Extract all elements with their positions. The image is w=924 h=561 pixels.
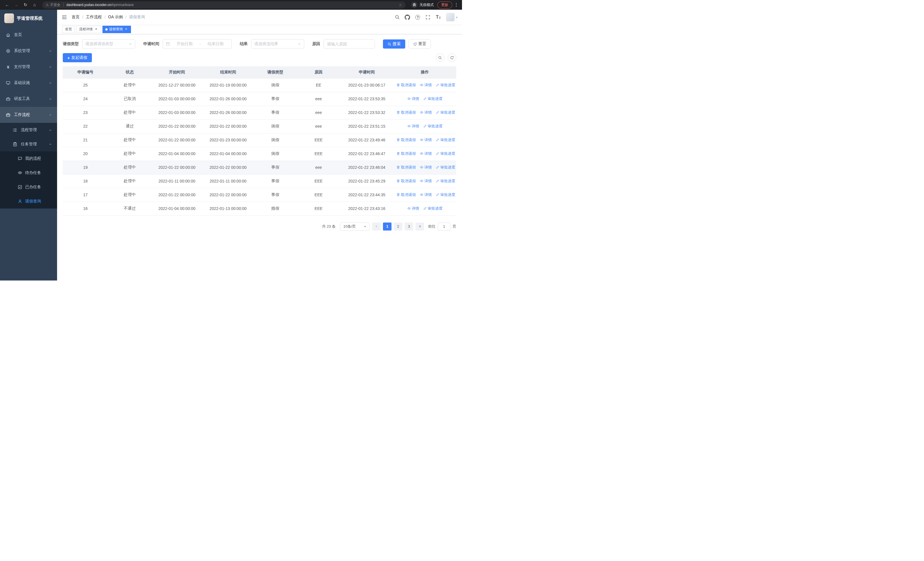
chevron-down-icon [49,50,52,53]
table-row: 22通过2022-01-22 00:00:002022-01-22 00:00:… [63,119,456,133]
cell-apply-time: 2022-01-22 23:53:32 [340,106,393,119]
detail-link[interactable]: 详情 [420,110,432,115]
chevron-up-icon [49,113,52,117]
table-row: 24已取消2022-01-03 00:00:002022-01-26 00:00… [63,92,456,106]
github-icon[interactable] [403,12,412,22]
cancel-leave-link[interactable]: 取消请假 [396,110,416,115]
breadcrumb-item[interactable]: 工作流程 [86,15,102,20]
goto-unit: 页 [453,224,456,229]
sidebar-item-task-management[interactable]: 任务管理 [0,137,57,151]
detail-link[interactable]: 详情 [420,137,432,143]
next-page-button[interactable] [416,223,424,230]
sidebar-item-process-management[interactable]: 流程管理 [0,123,57,137]
page-button[interactable]: 2 [394,223,402,230]
table-toolbar: + 发起请假 [63,53,456,62]
leave-type-select[interactable]: 请选择请假类型 [82,39,135,48]
home-icon[interactable]: ⌂ [31,0,38,10]
result-select[interactable]: 请选择流结果 [251,39,304,48]
detail-link[interactable]: 详情 [420,192,432,197]
apply-time-range-picker[interactable]: 开始日期 - 结束日期 [163,39,232,48]
progress-link[interactable]: 审批进度 [423,96,442,101]
sidebar-item-payment[interactable]: ¥ 支付管理 [0,59,57,75]
progress-link[interactable]: 审批进度 [436,179,455,183]
detail-link[interactable]: 详情 [407,124,419,129]
avatar-image [446,13,454,21]
help-icon[interactable]: ? [413,12,423,22]
tab-process-detail[interactable]: 流程详情 × [76,26,101,33]
table-header-row: 申请编号 状态 开始时间 结束时间 请假类型 原因 申请时间 操作 [63,66,456,78]
create-leave-button[interactable]: + 发起请假 [63,53,92,62]
sidebar-item-leave-query[interactable]: 请假查询 [0,194,57,209]
progress-link[interactable]: 审批进度 [436,151,455,156]
cell-leave-type: 病假 [254,133,297,147]
caret-down-icon: ▾ [456,16,458,19]
close-icon[interactable]: × [124,27,128,32]
page-button[interactable]: 3 [405,223,413,230]
font-size-icon[interactable]: TT [434,12,443,22]
cell-actions: 取消请假详情审批进度 [393,106,456,119]
update-button[interactable]: 更新 [437,2,452,9]
cancel-leave-link[interactable]: 取消请假 [396,83,416,88]
bookmark-star-icon[interactable]: ☆ [399,3,402,7]
browser-menu-icon[interactable]: ⋮ [454,0,459,10]
cancel-leave-link[interactable]: 取消请假 [396,179,416,183]
user-avatar[interactable]: ▾ [446,13,458,21]
reset-button[interactable]: 重置 [409,39,431,48]
cell-end-time: 2022-01-11 00:00:00 [202,174,254,188]
sidebar-item-done-tasks[interactable]: 已办任务 [0,180,57,194]
sidebar-item-home[interactable]: 首页 [0,27,57,43]
cell-actions: 详情审批进度 [393,119,456,133]
detail-link[interactable]: 详情 [407,206,419,211]
progress-link[interactable]: 审批进度 [436,192,455,197]
detail-link[interactable]: 详情 [407,96,419,101]
search-icon[interactable] [392,12,402,22]
progress-link[interactable]: 审批进度 [423,206,442,211]
search-button[interactable]: 搜索 [383,39,405,48]
breadcrumb-item[interactable]: OA 示例 [108,15,123,20]
reason-input[interactable] [324,39,375,48]
app-logo[interactable]: 芋道管理系统 [0,10,57,27]
sidebar-item-pending-tasks[interactable]: 待办任务 [0,165,57,180]
sidebar-item-workflow[interactable]: 工作流程 [0,107,57,123]
plus-icon: + [68,56,70,60]
prev-page-button[interactable] [372,223,381,230]
detail-link[interactable]: 详情 [420,83,432,88]
cancel-leave-link[interactable]: 取消请假 [396,165,416,170]
cancel-leave-link[interactable]: 取消请假 [396,137,416,143]
refresh-icon[interactable] [448,53,456,62]
fullscreen-icon[interactable] [423,12,433,22]
progress-link[interactable]: 审批进度 [436,137,455,143]
detail-link[interactable]: 详情 [420,179,432,183]
tab-leave-query[interactable]: 请假查询 × [102,26,131,33]
back-icon[interactable]: ← [3,0,11,10]
breadcrumb-item[interactable]: 首页 [72,15,80,20]
search-toggle-icon[interactable] [436,53,444,62]
progress-link[interactable]: 审批进度 [436,165,455,170]
sidebar-collapse-icon[interactable] [62,15,67,20]
sidebar-item-my-processes[interactable]: 我的流程 [0,151,57,165]
cell-leave-type: 事假 [254,188,297,202]
page-button[interactable]: 1 [383,223,392,230]
goto-page-input[interactable] [438,223,450,230]
close-icon[interactable]: × [94,27,98,32]
detail-link[interactable]: 详情 [420,151,432,156]
tab-home[interactable]: 首页 [62,26,75,33]
cancel-leave-link[interactable]: 取消请假 [396,151,416,156]
cell-apply-id: 19 [63,161,108,174]
url-path: /bpm/oa/leave [111,3,134,7]
cell-reason: EEE [297,174,340,188]
sidebar-item-infrastructure[interactable]: 基础设施 [0,75,57,91]
cancel-leave-link[interactable]: 取消请假 [396,192,416,197]
progress-link[interactable]: 审批进度 [436,83,455,88]
sidebar-item-system[interactable]: 系统管理 [0,43,57,59]
table-row: 25处理中2021-12-27 00:00:002022-01-19 00:00… [63,78,456,92]
progress-link[interactable]: 审批进度 [423,124,442,129]
forward-icon[interactable]: → [12,0,20,10]
progress-link[interactable]: 审批进度 [436,110,455,115]
address-bar[interactable]: ⚠ 不安全 dashboard.yudao.iocoder.cn/bpm/oa/… [42,2,405,9]
reload-icon[interactable]: ↻ [22,0,29,10]
detail-link[interactable]: 详情 [420,165,432,170]
cell-apply-time: 2022-01-22 23:46:04 [340,161,393,174]
page-size-select[interactable]: 10条/页 [340,223,370,230]
sidebar-item-devtools[interactable]: 研发工具 [0,91,57,107]
